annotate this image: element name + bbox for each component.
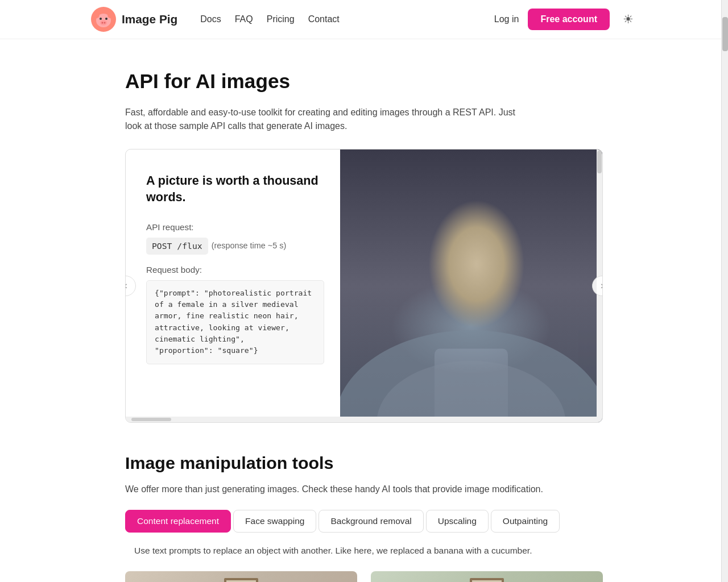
theme-toggle-button[interactable]: ☀ [619,10,637,28]
nav-docs[interactable]: Docs [200,13,221,26]
free-account-button[interactable]: Free account [528,9,610,30]
preview-row [125,571,603,582]
demo-left-panel: A picture is worth a thousand words. API… [126,149,340,422]
demo-endpoint: POST /flux [146,238,208,255]
svg-point-3 [107,11,113,18]
brand-name: Image Pig [122,10,177,28]
tab-outpainting[interactable]: Outpainting [491,510,560,533]
hero-title: API for AI images [125,66,603,97]
nav-faq[interactable]: FAQ [235,13,253,26]
tool-tabs: Content replacement Face swapping Backgr… [125,510,603,533]
login-button[interactable]: Log in [494,14,519,24]
svg-point-8 [105,18,107,20]
logo-link[interactable]: Image Pig [91,7,177,32]
scrollbar-thumb [722,17,728,51]
frame-art-after [371,571,603,582]
preview-image-before [125,571,357,582]
demo-scrollthumb-y [597,151,602,173]
frame-art-before [125,571,357,582]
frame-outer-2 [470,578,504,582]
tab-background-removal[interactable]: Background removal [318,510,423,533]
nav-right: Log in Free account ☀ [494,9,637,30]
demo-response-time: (response time ~5 s) [212,240,287,252]
main-content: API for AI images Fast, affordable and e… [114,39,614,582]
svg-point-2 [94,11,100,18]
nav-pricing[interactable]: Pricing [267,13,295,26]
svg-point-5 [102,22,104,24]
armor-overlay [340,300,602,422]
demo-scrollthumb-x [131,418,171,421]
demo-scrollbar-x[interactable] [126,417,602,422]
demo-quote: A picture is worth a thousand words. [146,172,324,205]
manipulation-description: We offer more than just generating image… [125,483,603,496]
nav-contact[interactable]: Contact [308,13,340,26]
svg-point-7 [100,18,102,20]
svg-rect-11 [435,348,508,422]
hero-description: Fast, affordable and easy-to-use toolkit… [125,106,523,133]
demo-panel: A picture is worth a thousand words. API… [125,149,603,423]
demo-endpoint-row: POST /flux (response time ~5 s) [146,238,324,255]
navbar: Image Pig Docs FAQ Pricing Contact Log i… [0,0,728,39]
demo-body-code: {"prompt": "photorealistic portrait of a… [146,280,324,364]
demo-right-panel [340,149,602,422]
svg-point-4 [100,20,107,26]
frame-outer [224,578,258,582]
preview-image-after [371,571,603,582]
demo-panel-inner: A picture is worth a thousand words. API… [126,149,602,422]
nav-links: Docs FAQ Pricing Contact [200,13,340,26]
api-request-label: API request: [146,221,324,234]
tab-description: Use text prompts to replace an object wi… [134,544,603,557]
demo-body-label: Request body: [146,264,324,277]
logo-icon [91,7,116,32]
svg-point-6 [104,22,106,24]
tab-upscaling[interactable]: Upscaling [426,510,489,533]
tab-content-replacement[interactable]: Content replacement [125,510,231,533]
page-scrollbar[interactable] [721,0,728,582]
demo-generated-image [340,149,602,422]
manipulation-title: Image manipulation tools [125,450,603,476]
tab-face-swapping[interactable]: Face swapping [233,510,316,533]
